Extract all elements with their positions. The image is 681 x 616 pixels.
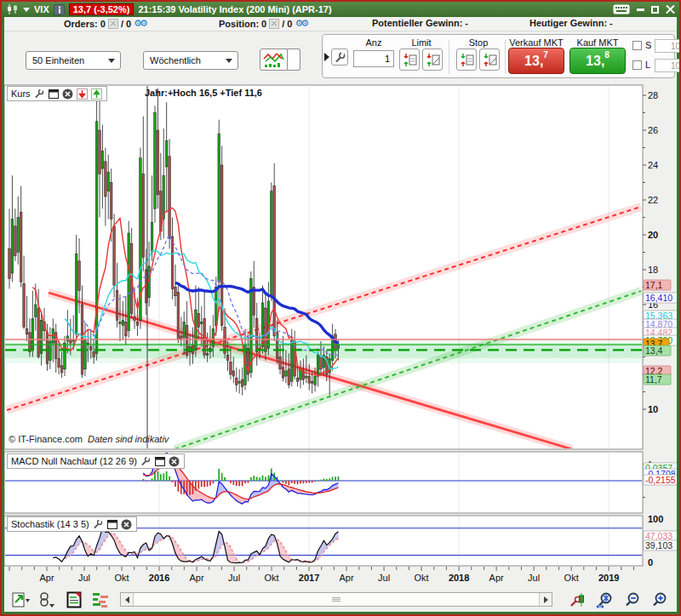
svg-text:Jul: Jul	[228, 573, 240, 583]
svg-text:Apr: Apr	[489, 573, 504, 583]
svg-text:16,410: 16,410	[645, 293, 672, 303]
buy-arrow-icon[interactable]	[91, 88, 103, 100]
bottom-toolbar	[4, 587, 677, 612]
scroll-left-icon[interactable]	[121, 593, 134, 606]
svg-text:2017: 2017	[299, 573, 319, 583]
chart-scrollbar[interactable]	[120, 592, 552, 607]
wrench-icon[interactable]	[92, 518, 104, 530]
window-icon[interactable]	[154, 455, 166, 467]
maximize-button[interactable]	[651, 6, 659, 14]
period-dropdown[interactable]: Wöchentlich	[143, 51, 238, 70]
price-badge: 17,1	[644, 280, 671, 290]
position-status: Position: 0 / 0 ⚙⚙	[219, 18, 306, 29]
close-icon[interactable]	[62, 88, 74, 100]
wrench-icon[interactable]	[140, 455, 152, 467]
svg-text:Jul: Jul	[78, 573, 90, 583]
sell-arrow-icon[interactable]	[77, 88, 89, 100]
close-icon[interactable]	[169, 455, 180, 467]
zoom-out-icon[interactable]	[622, 590, 643, 609]
stats-bar: Orders: 0 / 0 ⚙⚙ Position: 0 / 0 ⚙⚙ Pote…	[4, 17, 677, 31]
svg-text:-0,2155: -0,2155	[645, 475, 676, 485]
title-bar[interactable]: VIX 13,7 (-3,52%) 21:15:39 Volatility In…	[2, 2, 679, 17]
macd-panel-title: MACD Null Nachlauf (12 26 9)	[11, 456, 137, 466]
order-settings-button[interactable]	[331, 48, 348, 66]
svg-text:18: 18	[648, 265, 658, 275]
close-button[interactable]	[666, 5, 675, 14]
window-icon[interactable]	[106, 518, 118, 530]
window-icon[interactable]	[48, 88, 60, 100]
keyboard-icon[interactable]	[613, 4, 630, 14]
svg-text:0: 0	[648, 557, 653, 568]
buy-mkt-label: Kauf MKT	[569, 37, 626, 48]
news-icon[interactable]	[64, 590, 84, 609]
price-badge: 11,7	[644, 374, 671, 385]
orders-settings-icon[interactable]: ⚙⚙	[134, 18, 146, 29]
units-dropdown[interactable]: 50 Einheiten	[26, 51, 121, 70]
collapse-panel-icon[interactable]	[324, 53, 329, 61]
export-icon[interactable]	[11, 590, 31, 609]
svg-text:11,7: 11,7	[645, 374, 662, 385]
symbol-label: VIX	[34, 4, 49, 14]
limit-buy-order-button[interactable]	[422, 48, 443, 71]
link-icon[interactable]	[37, 590, 58, 609]
svg-text:24: 24	[648, 160, 658, 170]
candlestick-icon	[6, 4, 19, 14]
svg-text:Okt: Okt	[415, 573, 429, 583]
quantity-input[interactable]	[353, 50, 394, 67]
svg-text:100: 100	[648, 514, 663, 524]
position-count: 0	[261, 19, 266, 29]
position-count-2: 0	[287, 19, 292, 29]
svg-text:Apr: Apr	[189, 573, 203, 583]
orders-count: 0	[100, 19, 106, 29]
wrench-icon[interactable]	[33, 88, 45, 100]
minimize-button[interactable]	[637, 9, 644, 11]
limit-sell-order-button[interactable]	[399, 48, 420, 71]
svg-text:Jul: Jul	[378, 573, 390, 583]
chart-type-button[interactable]	[260, 48, 300, 71]
svg-text:17,1: 17,1	[645, 280, 663, 290]
chart-type-dropdown-icon[interactable]	[288, 48, 300, 71]
kurs-panel-header: Kurs	[7, 86, 107, 101]
orders-label: Orders:	[64, 19, 98, 29]
scrollbar-thumb[interactable]	[134, 593, 539, 606]
chart-settings-icon[interactable]	[568, 590, 588, 609]
limit-value-input[interactable]	[655, 59, 681, 72]
info-icon[interactable]	[54, 4, 65, 15]
symbol-dropdown-icon[interactable]	[23, 8, 30, 12]
position-close-icon[interactable]	[269, 19, 279, 29]
stop-value-input[interactable]	[655, 39, 681, 53]
svg-text:2016: 2016	[149, 573, 169, 583]
close-icon[interactable]	[121, 518, 133, 530]
kurs-panel-title: Kurs	[11, 88, 31, 99]
svg-text:Apr: Apr	[340, 573, 354, 583]
zoom-fit-icon[interactable]	[595, 590, 615, 609]
stop-label: Stop	[456, 37, 501, 48]
chart-canvas[interactable]: 2826242220181614121011000AprJulOkt2016Ap…	[4, 83, 677, 587]
zoom-in-icon[interactable]	[650, 590, 670, 609]
buy-market-button[interactable]: 13,8	[569, 48, 626, 74]
orders-count-2: 0	[126, 19, 131, 29]
position-settings-icon[interactable]: ⚙⚙	[295, 18, 306, 29]
order-entry-panel: Anz Limit Stop Verkauf MKT	[322, 34, 675, 78]
macd-panel-header: MACD Null Nachlauf (12 26 9)	[7, 453, 185, 469]
l-label: L	[645, 60, 650, 70]
svg-text:39,103: 39,103	[645, 540, 672, 550]
chart-area[interactable]: 2826242220181614121011000AprJulOkt2016Ap…	[4, 83, 677, 587]
market-depth-icon[interactable]	[90, 590, 111, 609]
svg-text:Apr: Apr	[39, 573, 54, 583]
sell-market-button[interactable]: 13,7	[508, 48, 564, 74]
limit-checkbox[interactable]	[632, 60, 642, 70]
stop-sell-order-button[interactable]	[456, 48, 477, 71]
scroll-right-icon[interactable]	[539, 593, 552, 606]
s-label: S	[645, 40, 651, 50]
limit-label: Limit	[399, 37, 444, 48]
window-title: 21:15:39 Volatility Index (200 Mini) (AP…	[138, 4, 331, 14]
svg-text:Okt: Okt	[265, 573, 279, 583]
price-change-badge: 13,7 (-3,52%)	[69, 3, 134, 15]
svg-text:Jul: Jul	[528, 573, 540, 583]
chart-type-icon[interactable]	[260, 48, 288, 71]
stop-buy-order-button[interactable]	[479, 48, 500, 71]
potential-profit: Potentieller Gewinn: -	[372, 18, 468, 28]
stop-checkbox[interactable]	[632, 41, 642, 50]
orders-cancel-icon[interactable]	[108, 19, 118, 29]
